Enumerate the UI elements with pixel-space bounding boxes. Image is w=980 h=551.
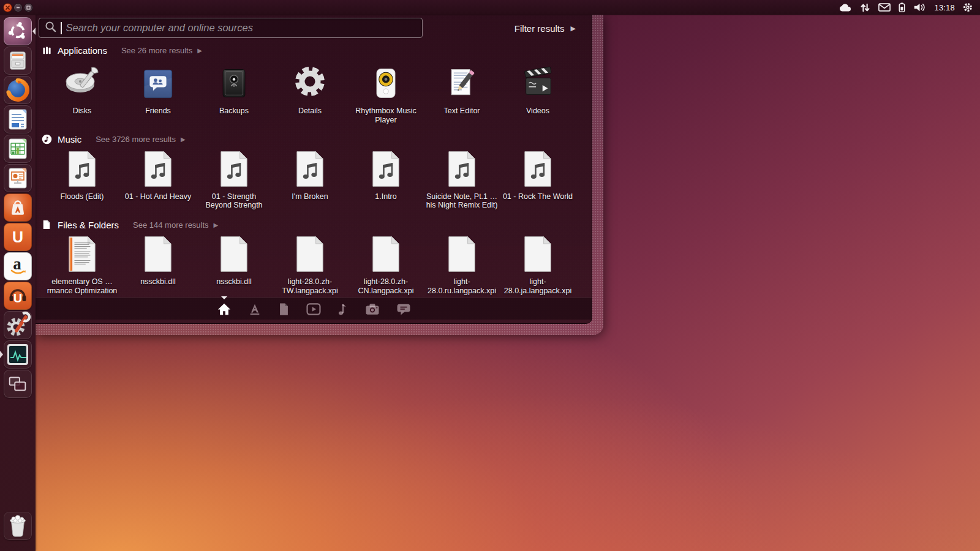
result-tile[interactable]: Floods (Edit)	[44, 151, 120, 211]
result-tile[interactable]: elementary OS …rmance Optimization	[44, 236, 120, 296]
result-label: 01 - Rock The World	[503, 192, 573, 201]
launcher-item-software-center[interactable]	[0, 193, 36, 222]
videos-icon	[519, 62, 557, 102]
clock[interactable]: 13:18	[934, 3, 955, 12]
music-lens-icon[interactable]	[337, 302, 349, 316]
launcher-item-libreoffice-impress[interactable]	[0, 164, 36, 192]
launcher: UaU	[0, 15, 36, 551]
videos-lens-icon[interactable]	[306, 303, 321, 315]
workspace-switcher-icon[interactable]	[4, 370, 32, 398]
result-label: Friends	[145, 107, 171, 116]
result-tile[interactable]: light-28.0.ja.langpack.xpi	[500, 236, 576, 296]
launcher-item-libreoffice-writer[interactable]	[0, 105, 36, 133]
result-tile[interactable]: 1.Intro	[348, 151, 424, 211]
result-label: elementary OS …rmance Optimization	[46, 277, 118, 296]
ubuntu-one-music-icon[interactable]: U	[4, 282, 32, 310]
launcher-item-workspace-switcher[interactable]	[0, 370, 36, 398]
launcher-item-libreoffice-calc[interactable]	[0, 135, 36, 163]
text-document-icon	[67, 236, 97, 272]
result-label: Floods (Edit)	[61, 192, 104, 201]
launcher-item-firefox[interactable]	[0, 76, 36, 104]
result-tile[interactable]: Backups	[196, 62, 272, 125]
result-tile[interactable]: light-28.0.zh-CN.langpack.xpi	[348, 236, 424, 296]
result-tile[interactable]: Rhythmbox Music Player	[348, 62, 424, 125]
result-label: Rhythmbox Music Player	[350, 107, 422, 125]
maximize-icon[interactable]	[24, 3, 33, 12]
plain-document-icon	[447, 236, 477, 272]
filter-results-button[interactable]: Filter results ▶	[514, 23, 576, 34]
result-tile[interactable]: Disks	[44, 62, 120, 125]
music-file-icon	[371, 151, 401, 187]
section-applications: ApplicationsSee 26 more results▶DisksFri…	[36, 43, 592, 132]
social-lens-icon[interactable]	[396, 303, 411, 315]
details-icon	[290, 62, 330, 102]
cloud-sync-icon[interactable]	[839, 3, 852, 12]
files-lens-icon[interactable]	[278, 302, 290, 316]
disks-icon	[62, 62, 102, 102]
plain-document-icon	[371, 236, 401, 272]
system-monitor-icon[interactable]	[4, 340, 32, 369]
applications-category-icon	[41, 46, 52, 55]
battery-icon[interactable]	[899, 2, 905, 12]
files-manager-icon[interactable]	[4, 47, 32, 75]
session-gear-icon[interactable]	[963, 2, 973, 12]
libreoffice-calc-icon[interactable]	[4, 135, 32, 163]
volume-icon[interactable]	[913, 2, 926, 12]
svg-text:U: U	[13, 291, 22, 305]
result-tile[interactable]: Suicide Note, Pt.1 …his Night Remix Edit…	[424, 151, 500, 211]
launcher-item-ubuntu-dash[interactable]	[0, 17, 36, 45]
see-more-link[interactable]: See 26 more results▶	[121, 46, 202, 55]
chevron-right-icon: ▶	[214, 222, 219, 228]
result-tile[interactable]: nssckbi.dll	[120, 236, 196, 296]
plain-document-icon	[295, 236, 325, 272]
see-more-label: See 3726 more results	[96, 135, 176, 144]
search-bar[interactable]	[39, 18, 423, 38]
result-tile[interactable]: 01 - Hot And Heavy	[120, 151, 196, 211]
result-tile[interactable]: Text Editor	[424, 62, 500, 125]
libreoffice-impress-icon[interactable]	[4, 164, 32, 192]
result-tile[interactable]: light-28.0.zh-TW.langpack.xpi	[272, 236, 348, 296]
trash-icon[interactable]	[4, 512, 32, 540]
result-tile[interactable]: nssckbi.dll	[196, 236, 272, 296]
amazon-icon[interactable]: a	[4, 252, 32, 280]
mail-icon[interactable]	[878, 3, 891, 12]
see-more-link[interactable]: See 3726 more results▶	[96, 135, 186, 144]
rhythmbox-icon	[368, 62, 404, 102]
search-input[interactable]	[66, 22, 417, 34]
plain-document-icon	[143, 236, 173, 272]
system-settings-icon[interactable]	[4, 311, 32, 339]
applications-lens-icon[interactable]	[248, 302, 262, 316]
result-tile[interactable]: 01 - Strength Beyond Strength	[196, 151, 272, 211]
result-tile[interactable]: Friends	[120, 62, 196, 125]
minimize-icon[interactable]	[13, 3, 23, 12]
ubuntu-one-icon[interactable]: U	[4, 223, 32, 251]
result-tile[interactable]: I'm Broken	[272, 151, 348, 211]
see-more-link[interactable]: See 144 more results▶	[133, 220, 218, 230]
result-tile[interactable]: light-28.0.ru.langpack.xpi	[424, 236, 500, 296]
libreoffice-writer-icon[interactable]	[4, 105, 32, 133]
result-tile[interactable]: Details	[272, 62, 348, 125]
software-center-icon[interactable]	[4, 193, 32, 222]
close-icon[interactable]	[3, 3, 12, 12]
launcher-item-files-manager[interactable]	[0, 47, 36, 75]
photos-lens-icon[interactable]	[365, 303, 380, 315]
result-tile[interactable]: Videos	[500, 62, 576, 125]
result-label: light-28.0.zh-TW.langpack.xpi	[274, 277, 346, 296]
see-more-label: See 144 more results	[133, 220, 209, 230]
home-lens-icon[interactable]	[217, 302, 232, 316]
launcher-item-ubuntu-one[interactable]: U	[0, 223, 36, 251]
firefox-icon[interactable]	[4, 76, 32, 104]
result-tile[interactable]: 01 - Rock The World	[500, 151, 576, 211]
launcher-item-ubuntu-one-music[interactable]: U	[0, 282, 36, 310]
ubuntu-dash-icon[interactable]	[4, 17, 32, 45]
launcher-item-system-settings[interactable]	[0, 311, 36, 339]
launcher-item-amazon[interactable]: a	[0, 252, 36, 280]
chevron-right-icon: ▶	[571, 24, 576, 32]
section-music: MusicSee 3726 more results▶Floods (Edit)…	[36, 132, 592, 218]
launcher-item-trash[interactable]	[0, 512, 36, 540]
section-title: Applications	[58, 45, 107, 56]
launcher-item-system-monitor[interactable]	[0, 340, 36, 369]
system-tray: 13:18	[839, 2, 980, 12]
network-arrows-icon[interactable]	[860, 3, 870, 12]
section-header: ApplicationsSee 26 more results▶	[36, 43, 592, 58]
